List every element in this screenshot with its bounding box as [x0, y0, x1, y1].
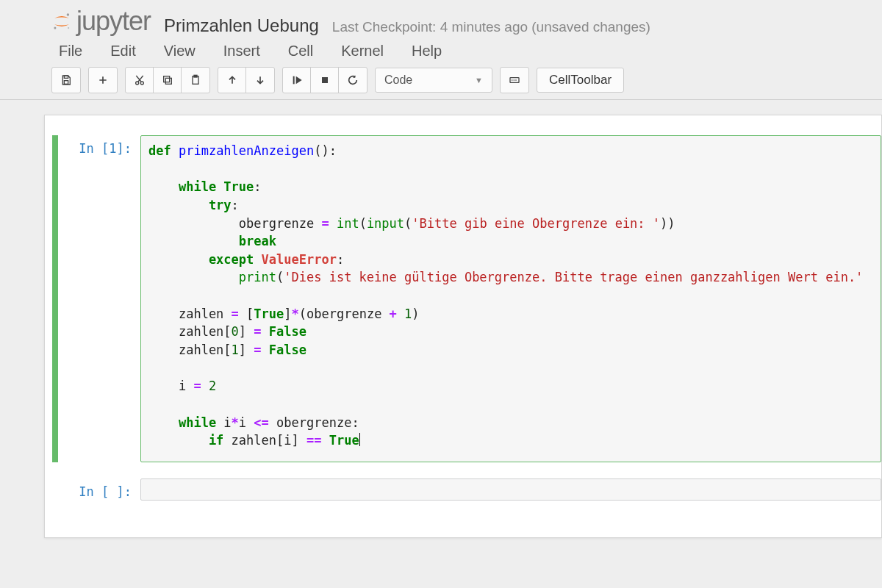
code-cell-1[interactable]: In [1]: def primzahlenAnzeigen(): while …	[52, 134, 881, 464]
celltoolbar-button[interactable]: CellToolbar	[537, 68, 624, 93]
svg-point-0	[67, 13, 70, 16]
restart-button[interactable]	[339, 68, 367, 93]
menu-insert[interactable]: Insert	[223, 43, 260, 60]
svg-rect-12	[163, 76, 169, 82]
cell-run-indicator	[52, 135, 58, 462]
toolbar: Code ▼ CellToolbar	[0, 64, 882, 100]
cell-type-value: Code	[384, 74, 412, 87]
svg-point-8	[140, 82, 143, 85]
app-root: jupyter Primzahlen Uebung Last Checkpoin…	[0, 0, 882, 560]
notebook-scroll[interactable]: In [1]: def primzahlenAnzeigen(): while …	[0, 100, 882, 560]
svg-point-2	[68, 27, 69, 29]
svg-marker-16	[295, 76, 301, 85]
celltoolbar-label: CellToolbar	[549, 73, 612, 87]
interrupt-button[interactable]	[311, 68, 339, 93]
cell-prompt: In [1]:	[60, 135, 140, 156]
paste-button[interactable]	[182, 68, 209, 93]
move-up-button[interactable]	[218, 68, 246, 93]
text-cursor	[359, 433, 360, 446]
svg-rect-4	[64, 81, 68, 85]
brand-text: jupyter	[76, 6, 151, 37]
cell-run-indicator	[52, 478, 58, 501]
svg-rect-15	[293, 76, 294, 85]
save-button[interactable]	[52, 68, 80, 93]
header: jupyter Primzahlen Uebung Last Checkpoin…	[0, 0, 882, 40]
jupyter-icon	[51, 11, 72, 32]
menu-kernel[interactable]: Kernel	[341, 43, 384, 60]
command-palette-button[interactable]	[501, 68, 528, 93]
checkpoint-text: Last Checkpoint: 4 minutes ago (unsaved …	[332, 19, 650, 35]
chevron-down-icon: ▼	[475, 76, 483, 85]
code-editor[interactable]	[140, 478, 881, 501]
code-cell-2[interactable]: In [ ]:	[52, 477, 881, 502]
svg-rect-17	[322, 77, 328, 83]
cell-type-select[interactable]: Code ▼	[375, 68, 492, 93]
menu-view[interactable]: View	[164, 43, 196, 60]
svg-rect-3	[64, 76, 68, 78]
run-button[interactable]	[283, 68, 311, 93]
copy-button[interactable]	[154, 68, 182, 93]
notebook-title[interactable]: Primzahlen Uebung	[164, 15, 319, 36]
cell-prompt: In [ ]:	[60, 478, 140, 499]
svg-rect-11	[165, 78, 171, 84]
move-down-button[interactable]	[246, 68, 274, 93]
cut-button[interactable]	[126, 68, 154, 93]
code-editor[interactable]: def primzahlenAnzeigen(): while True: tr…	[140, 135, 881, 462]
menu-edit[interactable]: Edit	[110, 43, 135, 60]
menu-file[interactable]: File	[59, 43, 82, 60]
jupyter-logo[interactable]: jupyter	[51, 6, 151, 37]
svg-rect-14	[194, 75, 197, 77]
menubar: File Edit View Insert Cell Kernel Help	[0, 40, 882, 64]
svg-point-7	[135, 82, 138, 85]
notebook: In [1]: def primzahlenAnzeigen(): while …	[44, 115, 882, 538]
menu-cell[interactable]: Cell	[288, 43, 313, 60]
insert-cell-button[interactable]	[89, 68, 117, 93]
menu-help[interactable]: Help	[412, 43, 442, 60]
svg-point-1	[54, 27, 56, 29]
